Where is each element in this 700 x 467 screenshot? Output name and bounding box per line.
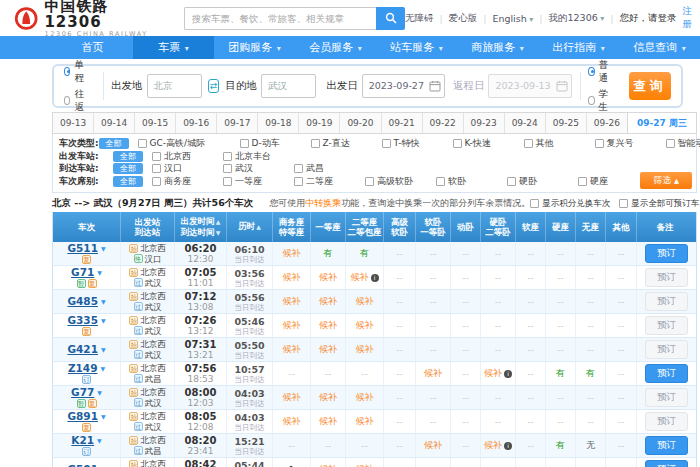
waitlist-text[interactable]: 候补 xyxy=(319,343,337,356)
filter-option[interactable]: 北京西 xyxy=(152,150,215,163)
book-button[interactable]: 预订 xyxy=(645,436,688,455)
filter-option[interactable]: K-快速 xyxy=(453,137,516,150)
waitlist-text[interactable]: 候补 xyxy=(356,295,374,308)
waitlist-text[interactable]: 候补 xyxy=(283,271,301,284)
expand-caret-icon[interactable]: ▼ xyxy=(101,315,106,326)
column-header[interactable]: 动卧 xyxy=(451,212,481,242)
nav-item[interactable]: 出行指南 ▾ xyxy=(538,36,619,59)
expand-caret-icon[interactable]: ▼ xyxy=(97,267,102,278)
column-header[interactable]: 软卧一等卧 xyxy=(416,212,451,242)
to-station-input[interactable]: 武汉 xyxy=(261,74,316,98)
train-number-link[interactable]: G421 xyxy=(67,344,98,355)
book-button[interactable]: 预订 xyxy=(645,244,688,263)
query-button[interactable]: 查询 xyxy=(629,72,671,100)
nav-item[interactable]: 商旅服务 ▾ xyxy=(457,36,538,59)
nav-item[interactable]: 团购服务 ▾ xyxy=(214,36,295,59)
depart-date-input[interactable]: 2023-09-27 xyxy=(362,74,445,98)
collapse-filter-button[interactable]: 筛选 ▲ xyxy=(640,172,692,189)
column-header[interactable]: 出发时间▲到达时间▼ xyxy=(175,212,227,242)
waitlist-text[interactable]: 候补 xyxy=(319,391,337,404)
train-number-link[interactable]: G485 xyxy=(67,296,98,307)
waitlist-text[interactable]: 候补 xyxy=(356,415,374,428)
waitlist-text[interactable]: 候补 xyxy=(319,271,337,284)
filter-option[interactable]: D-动车 xyxy=(240,137,303,150)
waitlist-info-icon[interactable]: i xyxy=(371,274,379,282)
top-link[interactable]: 无障碍 xyxy=(405,12,434,25)
filter-all-button[interactable]: 全部 xyxy=(99,138,129,149)
filter-option[interactable]: 硬卧 xyxy=(507,175,570,188)
column-header[interactable]: 备注 xyxy=(637,212,693,242)
expand-caret-icon[interactable]: ▼ xyxy=(101,411,106,422)
waitlist-text[interactable]: 候补 xyxy=(356,463,374,467)
date-tab[interactable]: 09-16 xyxy=(175,113,216,133)
waitlist-text[interactable]: 候补 xyxy=(319,295,337,308)
date-tab[interactable]: 09-18 xyxy=(257,113,298,133)
column-header[interactable]: 硬卧二等卧 xyxy=(481,212,516,242)
filter-option[interactable]: 硬座 xyxy=(578,175,641,188)
column-header[interactable]: 历时▲ xyxy=(227,212,273,242)
login-link[interactable]: 您好，请登录 xyxy=(620,12,677,25)
filter-all-button[interactable]: 全部 xyxy=(113,151,143,162)
waitlist-text[interactable]: 候补 xyxy=(283,343,301,356)
column-header[interactable]: 二等座二等包座 xyxy=(346,212,384,242)
filter-option[interactable]: T-特快 xyxy=(382,137,445,150)
filter-option[interactable]: 一等座 xyxy=(223,175,286,188)
date-tab[interactable]: 09-20 xyxy=(339,113,380,133)
filter-option[interactable]: 汉口 xyxy=(152,162,215,175)
train-number-link[interactable]: K21 xyxy=(71,435,94,446)
filter-option[interactable]: Z-直达 xyxy=(311,137,374,150)
filter-option[interactable]: 高级软卧 xyxy=(365,175,428,188)
filter-all-button[interactable]: 全部 xyxy=(113,163,143,174)
waitlist-text[interactable]: 候补 xyxy=(283,391,301,404)
show-points-trains-checkbox[interactable]: 显示积分兑换车次 xyxy=(530,198,610,210)
return-date-input[interactable]: 2023-09-13 xyxy=(488,74,571,98)
date-tab[interactable]: 09-19 xyxy=(298,113,339,133)
date-tab[interactable]: 09-13 xyxy=(53,113,93,133)
sort-asc-icon[interactable]: ▲ xyxy=(216,218,221,225)
train-number-link[interactable]: G335 xyxy=(67,315,98,326)
date-tab[interactable]: 09-24 xyxy=(504,113,545,133)
expand-caret-icon[interactable]: ▼ xyxy=(97,387,102,398)
date-tab[interactable]: 09-22 xyxy=(422,113,463,133)
from-station-input[interactable]: 北京 xyxy=(147,74,202,98)
train-number-link[interactable]: G77 xyxy=(71,387,94,398)
sort-desc-icon[interactable]: ▼ xyxy=(216,229,221,236)
filter-option[interactable]: 武汉 xyxy=(223,162,286,175)
waitlist-text[interactable]: 候补 xyxy=(356,391,374,404)
waitlist-text[interactable]: 候补 xyxy=(319,319,337,332)
passenger-student-option[interactable]: 学生 xyxy=(588,88,611,114)
train-number-link[interactable]: Z149 xyxy=(68,363,98,374)
date-tab[interactable]: 09-17 xyxy=(216,113,257,133)
waitlist-info-icon[interactable]: i xyxy=(504,370,512,378)
train-number-link[interactable]: G71 xyxy=(71,267,94,278)
date-tab[interactable]: 09-23 xyxy=(463,113,504,133)
waitlist-text[interactable]: 候补 xyxy=(319,415,337,428)
column-header[interactable]: 软座 xyxy=(516,212,546,242)
column-header[interactable]: 车次 xyxy=(53,212,121,242)
date-tab[interactable]: 09-15 xyxy=(134,113,175,133)
column-header[interactable]: 商务座特等座 xyxy=(273,212,311,242)
filter-option[interactable]: 软卧 xyxy=(436,175,499,188)
register-link[interactable]: 注册 xyxy=(683,5,693,31)
nav-item[interactable]: 会员服务 ▾ xyxy=(295,36,376,59)
train-number-link[interactable]: G511 xyxy=(67,243,98,254)
column-header[interactable]: 高级软卧 xyxy=(384,212,416,242)
waitlist-text[interactable]: 候补 xyxy=(351,271,369,284)
filter-all-button[interactable]: 全部 xyxy=(113,176,143,187)
search-button[interactable] xyxy=(376,7,405,30)
filter-option[interactable]: GC-高铁/城际 xyxy=(138,137,232,150)
waitlist-text[interactable]: 候补 xyxy=(356,319,374,332)
train-number-link[interactable]: G891 xyxy=(67,411,98,422)
column-header[interactable]: 硬座 xyxy=(546,212,576,242)
waitlist-text[interactable]: 候补 xyxy=(283,319,301,332)
date-tab-active[interactable]: 09-27 周三 xyxy=(627,113,696,133)
swap-stations-icon[interactable]: ⇄ xyxy=(208,79,220,93)
expand-caret-icon[interactable]: ▼ xyxy=(97,435,102,446)
date-tab[interactable]: 09-21 xyxy=(381,113,422,133)
waitlist-text[interactable]: 候补 xyxy=(484,367,502,380)
filter-option[interactable]: 北京丰台 xyxy=(223,150,286,163)
top-link[interactable]: 我的12306 ▾ xyxy=(549,12,605,25)
expand-caret-icon[interactable]: ▼ xyxy=(100,363,105,374)
waitlist-text[interactable]: 候补 xyxy=(283,415,301,428)
waitlist-info-icon[interactable]: i xyxy=(504,442,512,450)
